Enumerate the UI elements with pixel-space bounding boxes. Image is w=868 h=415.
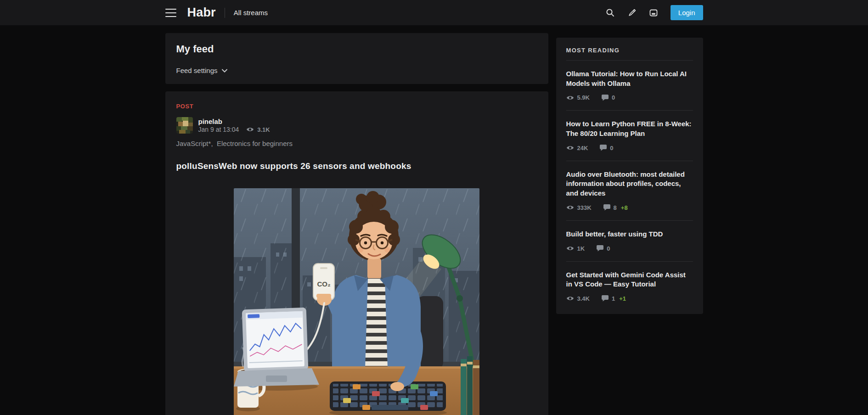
comments-stat[interactable]: 0: [597, 245, 614, 252]
most-reading-card: MOST READING Ollama Tutorial: How to Run…: [556, 38, 703, 314]
post-timestamp[interactable]: Jan 9 at 13:04: [198, 126, 239, 133]
main-column: My feed Feed settings POST: [165, 33, 548, 415]
article-stats: 3.4K 1 +1: [566, 295, 693, 302]
list-item: Ollama Tutorial: How to Run Local AI Mod…: [566, 61, 693, 111]
views-count: 333K: [577, 204, 592, 211]
post-title-link[interactable]: polluSensWeb now supports 26 sensors and…: [176, 161, 537, 171]
views-count: 3.4K: [577, 295, 590, 302]
feed-settings-label: Feed settings: [176, 67, 218, 74]
post-meta-line: Jan 9 at 13:04 3.1K: [198, 126, 270, 133]
comments-count: 8: [614, 204, 617, 211]
hub-link[interactable]: JavaScript*: [176, 140, 217, 147]
views-count: 24K: [577, 145, 588, 151]
article-stats: 333K 8 +8: [566, 204, 693, 211]
sidebar-article-link[interactable]: Get Started with Gemini Code Assist in V…: [566, 270, 693, 289]
stream-selector[interactable]: All streams: [234, 9, 268, 17]
top-bar: Habr All streams: [0, 0, 868, 25]
sidebar: MOST READING Ollama Tutorial: How to Run…: [556, 38, 703, 314]
comments-stat[interactable]: 1 +1: [602, 295, 626, 302]
post-card: POST: [165, 91, 548, 415]
post-type-label: POST: [176, 103, 537, 110]
eye-icon: [566, 205, 574, 210]
post-author-row: pinelab Jan 9 at 13:04 3.1K: [176, 117, 537, 134]
comment-icon: [603, 204, 610, 211]
habr-logo[interactable]: Habr: [187, 6, 216, 20]
list-item: Get Started with Gemini Code Assist in V…: [566, 262, 693, 311]
list-item: Audio over Bluetooth: most detailed info…: [566, 161, 693, 221]
eye-icon: [566, 246, 574, 251]
avatar[interactable]: [176, 117, 193, 134]
article-stats: 5.9K 0: [566, 94, 693, 101]
new-comments-count: +8: [621, 204, 628, 211]
chevron-down-icon: [222, 69, 227, 73]
page-content: My feed Feed settings POST: [165, 25, 703, 415]
hub-link[interactable]: Electronics for beginners: [217, 140, 293, 147]
comments-stat[interactable]: 0: [602, 94, 619, 101]
sidebar-article-link[interactable]: Audio over Bluetooth: most detailed info…: [566, 170, 693, 198]
comments-count: 0: [607, 245, 610, 252]
eye-icon: [566, 145, 574, 151]
comments-stat[interactable]: 0: [600, 145, 617, 151]
author-link[interactable]: pinelab: [198, 118, 270, 125]
views-count: 5.9K: [577, 94, 590, 101]
comment-icon: [602, 295, 609, 302]
post-cover-image[interactable]: CO₂: [234, 188, 479, 415]
new-comments-count: +1: [619, 295, 626, 302]
eye-icon: [246, 127, 254, 132]
co2-device-label: CO₂: [317, 280, 330, 288]
write-icon[interactable]: [627, 8, 637, 17]
feed-settings-toggle[interactable]: Feed settings: [176, 67, 537, 74]
login-button[interactable]: Login: [671, 5, 703, 20]
post-hubs: JavaScript*Electronics for beginners: [176, 140, 537, 147]
views-stat: 1K: [566, 245, 585, 252]
header-divider: [225, 8, 225, 18]
sidebar-article-link[interactable]: Build better, faster using TDD: [566, 230, 693, 239]
views-stat: 3.4K: [566, 295, 590, 302]
post-views-count: 3.1K: [257, 126, 270, 133]
search-icon[interactable]: [606, 8, 615, 17]
illustration-woman-co2-sensor: CO₂: [234, 188, 479, 415]
views-stat: 333K: [566, 204, 592, 211]
services-icon[interactable]: [649, 8, 658, 17]
article-stats: 1K 0: [566, 245, 693, 252]
eye-icon: [566, 95, 574, 101]
article-stats: 24K 0: [566, 145, 693, 151]
page-title: My feed: [176, 43, 537, 55]
list-item: Build better, faster using TDD 1K 0: [566, 221, 693, 262]
hamburger-menu-icon[interactable]: [165, 9, 176, 17]
sidebar-article-link[interactable]: How to Learn Python FREE in 8-Week: The …: [566, 119, 693, 138]
comments-count: 1: [612, 295, 615, 302]
most-reading-title: MOST READING: [566, 47, 693, 61]
top-bar-inner: Habr All streams: [165, 0, 703, 25]
comments-count: 0: [612, 94, 615, 101]
views-stat: 5.9K: [566, 94, 590, 101]
comments-stat[interactable]: 8 +8: [603, 204, 628, 211]
comment-icon: [600, 145, 607, 151]
author-meta: pinelab Jan 9 at 13:04 3.1K: [198, 117, 270, 134]
sidebar-article-link[interactable]: Ollama Tutorial: How to Run Local AI Mod…: [566, 69, 693, 88]
avatar-pixel-art: [176, 117, 193, 134]
comment-icon: [602, 95, 609, 101]
comment-icon: [597, 245, 603, 252]
comments-count: 0: [610, 145, 613, 151]
views-stat: 24K: [566, 145, 588, 151]
header-actions: Login: [606, 5, 703, 20]
post-views: 3.1K: [246, 126, 270, 133]
views-count: 1K: [577, 245, 585, 252]
my-feed-card: My feed Feed settings: [165, 33, 548, 84]
eye-icon: [566, 296, 574, 301]
list-item: How to Learn Python FREE in 8-Week: The …: [566, 111, 693, 161]
